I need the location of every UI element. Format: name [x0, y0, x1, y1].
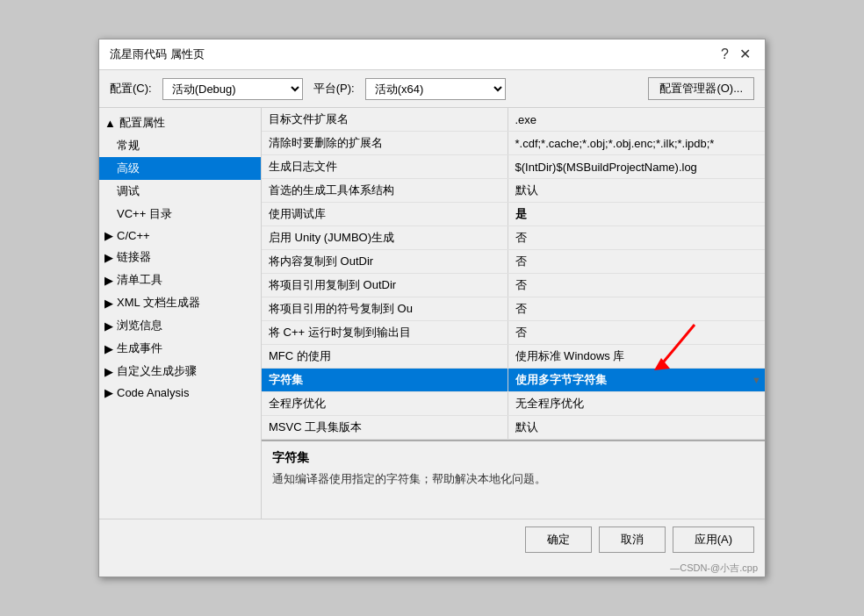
ok-button[interactable]: 确定 [525, 526, 592, 553]
sidebar-item-xml[interactable]: ▶ XML 文档生成器 [99, 291, 261, 314]
prop-name: 生成日志文件 [262, 155, 508, 179]
sidebar-item-vcpp-dirs[interactable]: VC++ 目录 [99, 203, 261, 226]
prop-name-highlighted: 字符集 [262, 369, 508, 392]
prop-name: 使用调试库 [262, 203, 508, 226]
expand-icon-code-analysis: ▶ [104, 386, 113, 399]
prop-value[interactable]: 是 [508, 203, 765, 226]
prop-value[interactable]: 否 [508, 274, 765, 297]
sidebar-item-general[interactable]: 常规 [99, 134, 261, 157]
prop-name: MFC 的使用 [262, 345, 508, 369]
properties-dialog: 流星雨代码 属性页 ? ✕ 配置(C): 活动(Debug) 平台(P): 活动… [98, 39, 766, 577]
sidebar-item-advanced[interactable]: 高级 [99, 157, 261, 180]
prop-value[interactable]: 否 [508, 250, 765, 274]
sidebar-item-code-analysis[interactable]: ▶ Code Analysis [99, 383, 261, 403]
sidebar-item-config-properties[interactable]: ▲ 配置属性 [99, 111, 261, 134]
expand-icon-cpp: ▶ [104, 229, 113, 242]
sidebar-item-custom-build[interactable]: ▶ 自定义生成步骤 [99, 360, 261, 383]
prop-name: 清除时要删除的扩展名 [262, 132, 508, 155]
dialog-title: 流星雨代码 属性页 [110, 47, 205, 62]
prop-name: 目标文件扩展名 [262, 108, 508, 132]
main-content: ▲ 配置属性 常规 高级 调试 VC++ 目录 ▶ C/C++ ▶ 链接器 ▶ … [99, 108, 765, 519]
prop-value[interactable]: 否 [508, 297, 765, 321]
prop-value[interactable]: 默认 [508, 179, 765, 203]
title-bar-buttons: ? ✕ [717, 47, 754, 61]
description-text: 通知编译器使用指定的字符集；帮助解决本地化问题。 [272, 471, 754, 487]
table-row: 将内容复制到 OutDir 否 [262, 250, 765, 274]
prop-name: 将 C++ 运行时复制到输出目 [262, 321, 508, 345]
watermark: —CSDN-@小吉.cpp [99, 560, 765, 577]
prop-name: 将内容复制到 OutDir [262, 250, 508, 274]
expand-icon-linker: ▶ [104, 251, 113, 264]
props-panel: 目标文件扩展名 .exe 清除时要删除的扩展名 *.cdf;*.cache;*.… [262, 108, 765, 519]
platform-select[interactable]: 活动(x64) [365, 78, 506, 100]
sidebar-item-linker[interactable]: ▶ 链接器 [99, 246, 261, 269]
table-row: 使用调试库 是 [262, 203, 765, 226]
table-row: 目标文件扩展名 .exe [262, 108, 765, 132]
properties-table: 目标文件扩展名 .exe 清除时要删除的扩展名 *.cdf;*.cache;*.… [262, 108, 765, 440]
prop-value-highlighted[interactable]: 使用多字节字符集 ▼ [508, 369, 765, 392]
table-row: 将项目引用的符号复制到 Ou 否 [262, 297, 765, 321]
expand-icon-browse: ▶ [104, 319, 113, 333]
close-button[interactable]: ✕ [736, 47, 754, 61]
table-row: 将项目引用复制到 OutDir 否 [262, 274, 765, 297]
sidebar: ▲ 配置属性 常规 高级 调试 VC++ 目录 ▶ C/C++ ▶ 链接器 ▶ … [99, 108, 262, 519]
prop-value[interactable]: .exe [508, 108, 765, 132]
table-row: 全程序优化 无全程序优化 [262, 392, 765, 416]
expand-icon-custom-build: ▶ [104, 365, 113, 378]
table-row: 将 C++ 运行时复制到输出目 否 [262, 321, 765, 345]
config-manager-button[interactable]: 配置管理器(O)... [648, 77, 754, 100]
title-bar: 流星雨代码 属性页 ? ✕ [99, 39, 765, 70]
prop-value[interactable]: 否 [508, 226, 765, 250]
prop-name: 将项目引用复制到 OutDir [262, 274, 508, 297]
prop-value[interactable]: 无全程序优化 [508, 392, 765, 416]
prop-name: 首选的生成工具体系结构 [262, 179, 508, 203]
prop-name: 将项目引用的符号复制到 Ou [262, 297, 508, 321]
table-row-highlighted[interactable]: 字符集 使用多字节字符集 ▼ [262, 369, 765, 392]
prop-name: 全程序优化 [262, 392, 508, 416]
sidebar-item-cpp[interactable]: ▶ C/C++ [99, 226, 261, 246]
table-row: 生成日志文件 $(IntDir)$(MSBuildProjectName).lo… [262, 155, 765, 179]
sidebar-item-browse[interactable]: ▶ 浏览信息 [99, 314, 261, 337]
table-row: MSVC 工具集版本 默认 [262, 416, 765, 440]
apply-button[interactable]: 应用(A) [673, 526, 754, 553]
expand-icon-manifest: ▶ [104, 274, 113, 287]
config-label: 配置(C): [110, 81, 152, 97]
cancel-button[interactable]: 取消 [599, 526, 666, 553]
table-row: 清除时要删除的扩展名 *.cdf;*.cache;*.obj;*.obj.enc… [262, 132, 765, 155]
config-select[interactable]: 活动(Debug) [162, 78, 303, 100]
dropdown-arrow-icon[interactable]: ▼ [752, 375, 761, 385]
expand-icon-build-events: ▶ [104, 342, 113, 355]
sidebar-item-manifest[interactable]: ▶ 清单工具 [99, 269, 261, 291]
prop-name: 启用 Unity (JUMBO)生成 [262, 226, 508, 250]
description-box: 字符集 通知编译器使用指定的字符集；帮助解决本地化问题。 [262, 440, 765, 519]
table-row: 首选的生成工具体系结构 默认 [262, 179, 765, 203]
collapse-icon: ▲ [104, 117, 116, 130]
help-button[interactable]: ? [717, 47, 732, 61]
platform-label: 平台(P): [313, 81, 355, 97]
description-title: 字符集 [272, 450, 754, 466]
sidebar-item-debug[interactable]: 调试 [99, 180, 261, 203]
expand-icon-xml: ▶ [104, 297, 113, 310]
prop-value[interactable]: 否 [508, 321, 765, 345]
table-row: MFC 的使用 使用标准 Windows 库 [262, 345, 765, 369]
prop-value[interactable]: 使用标准 Windows 库 [508, 345, 765, 369]
table-row: 启用 Unity (JUMBO)生成 否 [262, 226, 765, 250]
prop-name: MSVC 工具集版本 [262, 416, 508, 440]
toolbar: 配置(C): 活动(Debug) 平台(P): 活动(x64) 配置管理器(O)… [99, 70, 765, 108]
sidebar-item-build-events[interactable]: ▶ 生成事件 [99, 337, 261, 360]
footer: 确定 取消 应用(A) [99, 519, 765, 560]
prop-value[interactable]: $(IntDir)$(MSBuildProjectName).log [508, 155, 765, 179]
prop-value[interactable]: 默认 [508, 416, 765, 440]
props-table: 目标文件扩展名 .exe 清除时要删除的扩展名 *.cdf;*.cache;*.… [262, 108, 765, 440]
prop-value[interactable]: *.cdf;*.cache;*.obj;*.obj.enc;*.ilk;*.ip… [508, 132, 765, 155]
